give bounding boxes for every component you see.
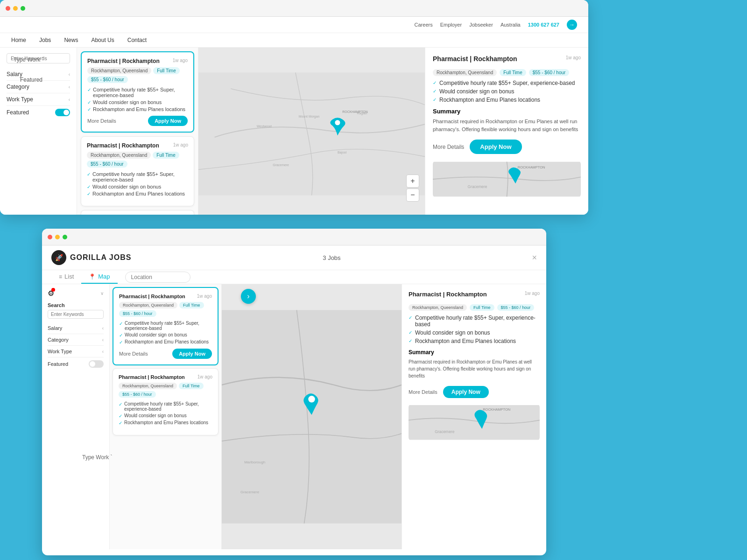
check-icon: ✓ xyxy=(119,333,123,338)
svg-rect-0 xyxy=(198,72,425,195)
gorilla-bar: 🚀 GORILLA JOBS 3 Jobs × xyxy=(42,245,546,270)
minimize-dot[interactable] xyxy=(13,6,18,11)
job-card-1-bottom[interactable]: Pharmacist | Rockhampton 1w ago Rockhamp… xyxy=(113,287,218,365)
svg-rect-8 xyxy=(433,162,581,197)
expand-icon: ∨ xyxy=(100,291,104,296)
salary-filter-bottom[interactable]: Salary ‹ xyxy=(48,322,104,334)
apply-btn-1-bottom[interactable]: Apply Now xyxy=(172,349,212,359)
nav-news[interactable]: News xyxy=(64,37,78,43)
map-svg-bottom: Marlborough Gracemere xyxy=(222,284,402,549)
featured-toggle-top[interactable] xyxy=(55,109,70,116)
zoom-out-button[interactable]: − xyxy=(406,189,419,202)
detail-tag-salary: $55 - $60 / hour xyxy=(529,69,570,76)
more-details-btn-top[interactable]: More Details xyxy=(433,144,464,150)
featured-toggle-row: Featured xyxy=(7,106,70,119)
australia-link[interactable]: Australia xyxy=(500,22,521,28)
svg-text:ROCKHAMPTON: ROCKHAMPTON xyxy=(342,110,367,113)
summary-text-top: Pharmacist required in Rockhampton or Em… xyxy=(433,118,581,133)
job-time-2-top: 1w ago xyxy=(173,142,188,147)
check-icon: ✓ xyxy=(87,191,91,196)
job-actions-1-top: More Details Apply Now xyxy=(87,116,188,126)
job-tag-type-2b: Full Time xyxy=(179,383,204,389)
job-card-1-top[interactable]: Pharmacist | Rockhampton 1w ago Rockhamp… xyxy=(81,51,194,133)
featured-label-bottom: Featured xyxy=(48,361,68,367)
top-browser-window: Careers Employer Jobseeker Australia 130… xyxy=(0,0,588,215)
more-details-btn-1-bottom[interactable]: More Details xyxy=(119,351,148,357)
jobseeker-link[interactable]: Jobseeker xyxy=(469,22,493,28)
employer-link[interactable]: Employer xyxy=(440,22,462,28)
svg-text:Marlborough: Marlborough xyxy=(244,460,265,464)
check-icon: ✓ xyxy=(87,172,91,177)
more-details-btn-1-top[interactable]: More Details xyxy=(87,118,116,124)
svg-point-6 xyxy=(335,120,340,125)
check-icon: ✓ xyxy=(119,402,122,407)
map-icon: 📍 xyxy=(89,273,96,280)
worktype-filter-bottom[interactable]: Work Type ‹ xyxy=(48,346,104,357)
worktype-chevron-icon: ‹ xyxy=(69,97,70,102)
site-nav: Home Jobs News About Us Contact xyxy=(0,33,588,48)
search-input-bottom[interactable] xyxy=(48,310,104,319)
nav-jobs[interactable]: Jobs xyxy=(39,37,51,43)
detail-actions-top: More Details Apply Now xyxy=(433,140,581,154)
job-tag-sal-2b: $55 - $60 / hour xyxy=(119,391,156,398)
maximize-dot[interactable] xyxy=(21,6,25,11)
job-tag-loc-1b: Rockhampton, Queensland xyxy=(119,302,177,308)
minimize-dot-b[interactable] xyxy=(55,235,60,239)
gorilla-logo: 🚀 GORILLA JOBS xyxy=(51,250,131,265)
zoom-in-button[interactable]: + xyxy=(406,175,419,188)
job-card-2-top[interactable]: Pharmacist | Rockhampton 1w ago Rockhamp… xyxy=(81,136,194,206)
browser-nav-top xyxy=(0,0,588,17)
check-icon: ✓ xyxy=(433,97,437,102)
apply-btn-1-top[interactable]: Apply Now xyxy=(148,116,188,126)
svg-text:ROCKHAMPTON: ROCKHAMPTON xyxy=(483,407,510,412)
map-svg-top: Westwood Mount Morgan Raglan Bajool Grac… xyxy=(198,48,425,215)
tab-list[interactable]: ≡ List xyxy=(51,270,81,284)
nav-contact[interactable]: Contact xyxy=(127,37,147,43)
job-card-2-header-b: Pharmacist | Rockhampton 1w ago xyxy=(119,374,212,380)
category-filter-bottom[interactable]: Category ‹ xyxy=(48,334,104,346)
check-icon: ✓ xyxy=(87,100,91,105)
job-bullets-2-bottom: ✓Competitive hourly rate $55+ Super, exp… xyxy=(119,401,212,426)
svg-text:Gracemere: Gracemere xyxy=(468,184,487,189)
gorilla-name: GORILLA JOBS xyxy=(70,253,131,262)
detail-tag-location: Rockhampton, Queensland xyxy=(433,69,497,76)
browser-nav-bottom xyxy=(42,229,546,245)
detail-time-bottom: 1w ago xyxy=(525,291,540,296)
tab-map[interactable]: 📍 Map xyxy=(81,270,117,284)
job-card-1-header-b: Pharmacist | Rockhampton 1w ago xyxy=(119,294,212,299)
detail-map-top: Gracemere ROCKHAMPTON xyxy=(433,161,581,198)
location-input[interactable] xyxy=(125,272,190,283)
close-dot[interactable] xyxy=(6,6,10,11)
job-time-1-top: 1w ago xyxy=(173,58,188,63)
login-button[interactable]: → xyxy=(567,20,577,30)
bottom-body: ⚙ ∨ Search Salary ‹ Category ‹ Work Type… xyxy=(42,284,546,549)
maximize-dot-b[interactable] xyxy=(63,235,67,239)
apply-now-btn-top[interactable]: Apply Now xyxy=(470,140,521,154)
apply-now-btn-bottom[interactable]: Apply Now xyxy=(443,386,489,398)
next-button[interactable]: › xyxy=(241,289,256,304)
check-icon: ✓ xyxy=(87,87,91,92)
check-icon: ✓ xyxy=(409,315,412,320)
featured-toggle-bottom[interactable] xyxy=(89,360,104,368)
job-card-3-top[interactable]: Rehabilitation Consultant | Hybrid Worki… xyxy=(81,210,194,215)
nav-about[interactable]: About Us xyxy=(91,37,114,43)
salary-chevron-icon: ‹ xyxy=(69,72,70,77)
close-button-bottom[interactable]: × xyxy=(532,253,537,263)
job-count: 3 Jobs xyxy=(323,254,340,261)
check-icon: ✓ xyxy=(433,80,437,85)
careers-link[interactable]: Careers xyxy=(415,22,433,28)
more-details-btn-bottom[interactable]: More Details xyxy=(409,389,437,395)
job-card-2-bottom[interactable]: Pharmacist | Rockhampton 1w ago Rockhamp… xyxy=(113,368,218,435)
sidebar-top: Salary ‹ Category ‹ Work Type ‹ Featured xyxy=(0,48,77,215)
worktype-filter[interactable]: Work Type ‹ xyxy=(7,93,70,106)
svg-text:Mount Morgan: Mount Morgan xyxy=(299,115,320,119)
bottom-browser-window: 🚀 GORILLA JOBS 3 Jobs × ≡ List 📍 Map ⚙ xyxy=(42,229,546,555)
summary-title-top: Summary xyxy=(433,108,581,115)
svg-text:ROCKHAMPTON: ROCKHAMPTON xyxy=(518,165,545,169)
nav-home[interactable]: Home xyxy=(11,37,26,43)
job-tag-salary-2: $55 - $60 / hour xyxy=(87,161,127,168)
svg-text:Gracemere: Gracemere xyxy=(240,490,260,494)
job-tags-2-top: Rockhampton, Queensland Full Time $55 - … xyxy=(87,152,188,168)
close-dot-b[interactable] xyxy=(48,235,52,239)
detail-actions-bottom: More Details Apply Now xyxy=(409,386,540,398)
